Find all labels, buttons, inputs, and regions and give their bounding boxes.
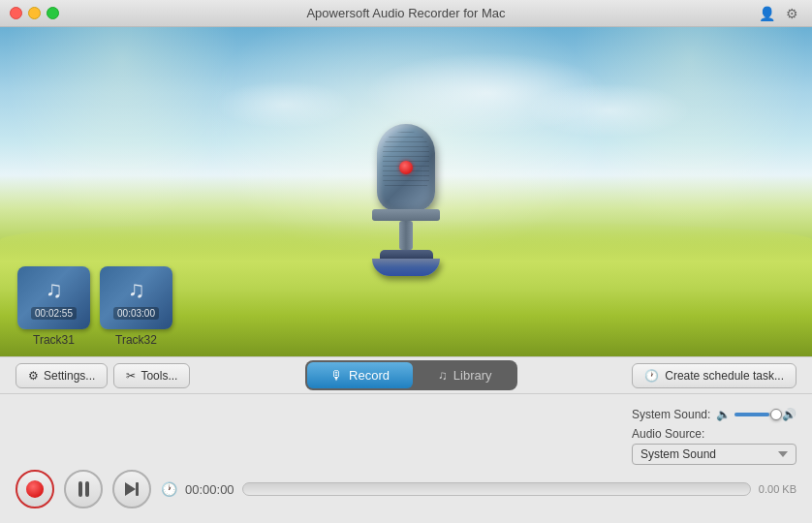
- play-icon: [125, 482, 136, 496]
- tab-library[interactable]: ♫ Library: [415, 362, 515, 388]
- tab-left-buttons: ⚙ Settings... ✂ Tools...: [16, 363, 190, 388]
- time-display: 00:00:00: [185, 482, 234, 497]
- hero-area: ♫ 00:02:55 Track31 ♫ 00:03:00 Track32: [0, 27, 812, 356]
- mic-base: [372, 259, 440, 276]
- mic-indicator: [399, 161, 413, 174]
- settings-button[interactable]: ⚙ Settings...: [16, 363, 108, 388]
- music-note-icon: ♫: [128, 276, 145, 303]
- system-sound-label: System Sound:: [632, 408, 710, 421]
- maximize-button[interactable]: [47, 7, 59, 19]
- audio-source-select[interactable]: System Sound Microphone Both: [632, 444, 796, 465]
- record-tab-label: Record: [349, 368, 390, 383]
- list-item[interactable]: ♫ 00:02:55 Track31: [17, 266, 90, 347]
- pause-bar-right: [85, 481, 89, 497]
- clock-icon: 🕐: [644, 369, 659, 383]
- tools-button[interactable]: ✂ Tools...: [113, 363, 190, 388]
- list-item[interactable]: ♫ 00:03:00 Track32: [100, 266, 172, 347]
- pause-icon: [78, 481, 89, 497]
- track-thumbnail[interactable]: ♫ 00:03:00: [100, 266, 172, 329]
- mic-head: [377, 124, 435, 211]
- gear-icon: ⚙: [28, 369, 39, 383]
- play-skip-icon: [125, 482, 139, 496]
- pause-button[interactable]: [64, 470, 103, 508]
- tools-label: Tools...: [141, 369, 177, 383]
- tools-icon: ✂: [126, 369, 136, 383]
- audio-source-label: Audio Source:: [632, 427, 796, 441]
- settings-label: Settings...: [44, 369, 95, 383]
- settings-icon: ⚙: [783, 5, 800, 22]
- progress-bar[interactable]: [242, 482, 751, 496]
- schedule-label: Create schedule task...: [665, 369, 784, 383]
- controls-row: 🕐 00:00:00 0.00 KB System Sound: 🔈 🔊: [0, 455, 812, 523]
- user-icon: 👤: [758, 5, 775, 22]
- volume-low-icon: 🔈: [716, 408, 731, 421]
- progress-area: 🕐 00:00:00 0.00 KB: [161, 481, 796, 497]
- audio-settings-panel: System Sound: 🔈 🔊 Audio Source: System S…: [632, 408, 796, 465]
- tracks-area: ♫ 00:02:55 Track31 ♫ 00:03:00 Track32: [17, 266, 172, 347]
- music-icon: ♫: [438, 368, 448, 383]
- window-controls[interactable]: [10, 7, 59, 19]
- titlebar-right-icons: 👤 ⚙: [758, 5, 800, 22]
- volume-fill: [734, 413, 769, 416]
- tab-group: 🎙 Record ♫ Library: [305, 360, 516, 390]
- minimize-button[interactable]: [28, 7, 41, 19]
- tab-record[interactable]: 🎙 Record: [307, 362, 413, 388]
- close-button[interactable]: [10, 7, 22, 19]
- mic-band: [372, 209, 440, 221]
- track-label: Track32: [115, 333, 157, 347]
- track-thumbnail[interactable]: ♫ 00:02:55: [17, 266, 90, 329]
- track-label: Track31: [33, 333, 75, 347]
- tab-bar: ⚙ Settings... ✂ Tools... 🎙 Record ♫ Libr…: [0, 357, 812, 394]
- bottom-panel: ⚙ Settings... ✂ Tools... 🎙 Record ♫ Libr…: [0, 356, 812, 523]
- play-skip-button[interactable]: [112, 470, 151, 508]
- microphone: [358, 124, 454, 298]
- mic-icon: 🎙: [330, 368, 343, 383]
- library-tab-label: Library: [453, 368, 492, 383]
- system-sound-row: System Sound: 🔈 🔊: [632, 408, 796, 421]
- track-duration: 00:02:55: [31, 307, 77, 320]
- schedule-button[interactable]: 🕐 Create schedule task...: [632, 363, 796, 388]
- record-button[interactable]: [16, 470, 54, 508]
- window-title: Apowersoft Audio Recorder for Mac: [306, 6, 505, 20]
- volume-knob[interactable]: [770, 409, 782, 420]
- clock-icon: 🕐: [161, 481, 177, 497]
- progress-top: 🕐 00:00:00 0.00 KB: [161, 481, 796, 497]
- volume-high-icon: 🔊: [782, 408, 796, 421]
- tab-center: 🎙 Record ♫ Library: [198, 360, 624, 390]
- tab-right: 🕐 Create schedule task...: [632, 363, 796, 388]
- titlebar: Apowersoft Audio Recorder for Mac 👤 ⚙: [0, 0, 812, 27]
- volume-slider[interactable]: 🔈 🔊: [716, 408, 796, 421]
- mic-neck: [399, 221, 413, 250]
- pause-bar-left: [78, 481, 82, 497]
- track-duration: 00:03:00: [113, 307, 159, 320]
- audio-source-row: Audio Source: System Sound Microphone Bo…: [632, 427, 796, 465]
- volume-bar[interactable]: [734, 413, 778, 416]
- record-icon: [26, 480, 44, 498]
- file-size: 0.00 KB: [759, 483, 796, 495]
- music-note-icon: ♫: [46, 276, 63, 303]
- skip-bar-icon: [136, 482, 139, 496]
